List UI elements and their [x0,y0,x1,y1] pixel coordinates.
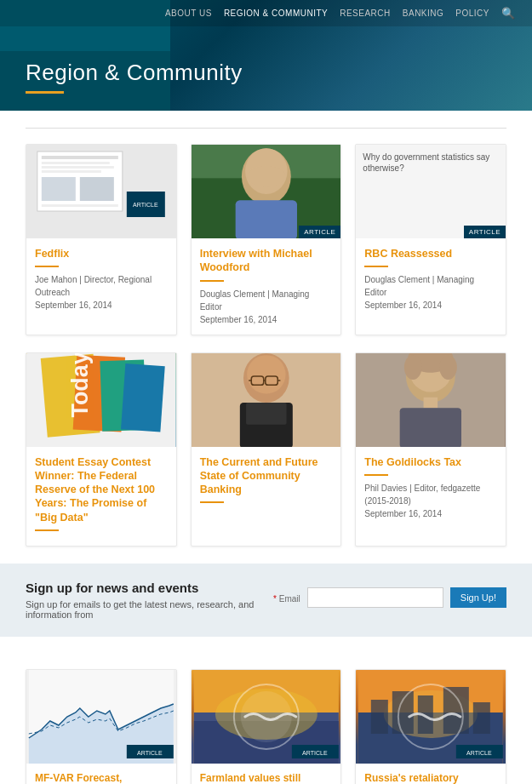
card-russia-body: Russia's retaliatory sanctions have litt… [356,764,506,784]
card-rbc-body: RBC Reassessed Douglas Clement | Managin… [356,238,506,320]
svg-point-38 [404,355,422,380]
svg-rect-60 [473,702,490,734]
page-title-container: Region & Community [26,60,243,94]
signup-button[interactable]: Sign Up! [450,587,506,608]
card-woodford-title[interactable]: Interview with Michael Woodford [200,247,333,275]
svg-point-26 [247,355,285,393]
svg-rect-16 [235,200,296,238]
card-community-image [192,353,341,447]
email-label-text: Email [279,594,300,604]
svg-rect-41 [400,408,461,447]
fedflix-thumbnail: ARTICLE [26,145,176,238]
page-title-underline [26,91,64,94]
card-essay-image: Today [26,353,176,447]
nav-research[interactable]: Research [340,9,391,18]
signup-description: Sign up for emails to get the latest new… [26,599,273,620]
svg-rect-22 [121,363,165,432]
svg-rect-56 [371,700,388,734]
card-goldilocks-author: Phil Davies | Editor, fedgazette (2015-2… [364,482,497,507]
card-fedflix-underline [35,266,59,267]
signup-right: * Email Sign Up! [273,587,506,608]
card-community-title[interactable]: The Current and Future State of Communit… [200,455,333,497]
card-woodford-image: ARTICLE [192,145,341,238]
card-farmland-title[interactable]: Farmland values still soaring? Not so fa… [200,772,333,784]
bottom-grid: ARTICLE MF-VAR Forecast, September 2014 [26,669,506,784]
farmland-thumbnail: ARTICLE [192,670,341,764]
card-goldilocks-title[interactable]: The Goldilocks Tax [364,455,497,469]
svg-rect-57 [392,691,414,734]
card-farmland[interactable]: ARTICLE Farmland values still soaring? N… [191,669,342,784]
nav-banking[interactable]: Banking [403,9,444,18]
svg-rect-7 [80,177,114,201]
nav-about-us[interactable]: About Us [165,9,212,18]
community-thumbnail [192,353,341,447]
card-rbc-author: Douglas Clement | Managing Editor [364,273,497,299]
mfvar-chart: ARTICLE [26,670,176,764]
card-farmland-body: Farmland values still soaring? Not so fa… [192,764,341,784]
nav-region-community[interactable]: Region & Community [224,9,328,18]
card-essay[interactable]: Today Student Essay Contest Winner: The … [26,352,177,547]
cards-row-1: ARTICLE Fedflix Joe Mahon | Director, Re… [26,144,506,335]
card-essay-body: Student Essay Contest Winner: The Federa… [26,447,176,546]
hero-banner: About Us Region & Community Research Ban… [0,0,532,111]
card-woodford-underline [200,280,224,282]
nav-policy[interactable]: Policy [455,9,489,18]
card-fedflix-title[interactable]: Fedflix [35,247,168,260]
card-rbc-underline [364,266,388,267]
card-farmland-image: ARTICLE [192,670,341,764]
card-woodford-date: September 16, 2014 [200,313,333,326]
card-goldilocks-image [356,353,506,447]
card-rbc-image-text: Why do government statistics say otherwi… [363,152,499,174]
card-fedflix-body: Fedflix Joe Mahon | Director, Regional O… [26,238,176,320]
svg-point-50 [240,691,291,742]
card-mfvar-title[interactable]: MF-VAR Forecast, September 2014 [35,772,168,784]
card-rbc-title[interactable]: RBC Reassessed [364,247,497,260]
card-goldilocks-date: September 16, 2014 [364,507,497,520]
card-fedflix-author: Joe Mahon | Director, Regional Outreach [35,273,168,299]
signup-left: Sign up for news and events Sign up for … [26,581,273,620]
email-label: * Email [273,590,300,605]
search-icon[interactable]: 🔍 [501,7,515,20]
svg-point-39 [439,355,457,380]
russia-thumbnail: ARTICLE [356,670,506,764]
card-mfvar-image: ARTICLE [26,670,176,764]
card-russia-image: ARTICLE [356,670,506,764]
svg-rect-5 [42,170,101,173]
svg-text:ARTICLE: ARTICLE [302,750,328,756]
card-woodford[interactable]: ARTICLE Interview with Michael Woodford … [191,144,342,335]
signup-title: Sign up for news and events [26,581,273,595]
card-community-underline [200,501,224,503]
card-community[interactable]: The Current and Future State of Communit… [191,352,342,547]
bottom-articles: ARTICLE MF-VAR Forecast, September 2014 [0,654,532,784]
svg-rect-6 [42,177,76,201]
card-russia[interactable]: ARTICLE Russia's retaliatory sanctions h… [355,669,506,784]
svg-text:ARTICLE: ARTICLE [133,202,158,208]
svg-point-17 [247,166,285,187]
card-fedflix-image: ARTICLE [26,145,176,238]
card-rbc-date: September 16, 2014 [364,299,497,312]
card-fedflix-date: September 16, 2014 [35,299,168,312]
page-title: Region & Community [26,60,243,86]
card-rbc[interactable]: Why do government statistics say otherwi… [355,144,506,335]
card-essay-underline [35,529,59,531]
card-goldilocks[interactable]: The Goldilocks Tax Phil Davies | Editor,… [355,352,506,547]
svg-rect-4 [42,166,114,169]
signup-row: Sign up for news and events Sign up for … [26,581,506,620]
svg-rect-33 [246,403,287,425]
card-russia-title[interactable]: Russia's retaliatory sanctions have litt… [364,772,497,784]
cards-row-2: Today Student Essay Contest Winner: The … [26,352,506,547]
top-divider [26,128,506,129]
card-fedflix[interactable]: ARTICLE Fedflix Joe Mahon | Director, Re… [26,144,177,335]
svg-rect-59 [443,687,469,734]
svg-text:ARTICLE: ARTICLE [466,750,492,756]
svg-rect-40 [424,397,438,407]
email-input[interactable] [307,587,443,608]
card-essay-title[interactable]: Student Essay Contest Winner: The Federa… [35,455,168,524]
svg-rect-3 [42,162,110,164]
card-goldilocks-body: The Goldilocks Tax Phil Davies | Editor,… [356,447,506,529]
essay-thumbnail: Today [26,353,176,447]
woodford-thumbnail [192,145,341,238]
card-mfvar[interactable]: ARTICLE MF-VAR Forecast, September 2014 [26,669,177,784]
email-required-star: * [273,594,279,604]
main-content: ARTICLE Fedflix Joe Mahon | Director, Re… [0,111,532,654]
